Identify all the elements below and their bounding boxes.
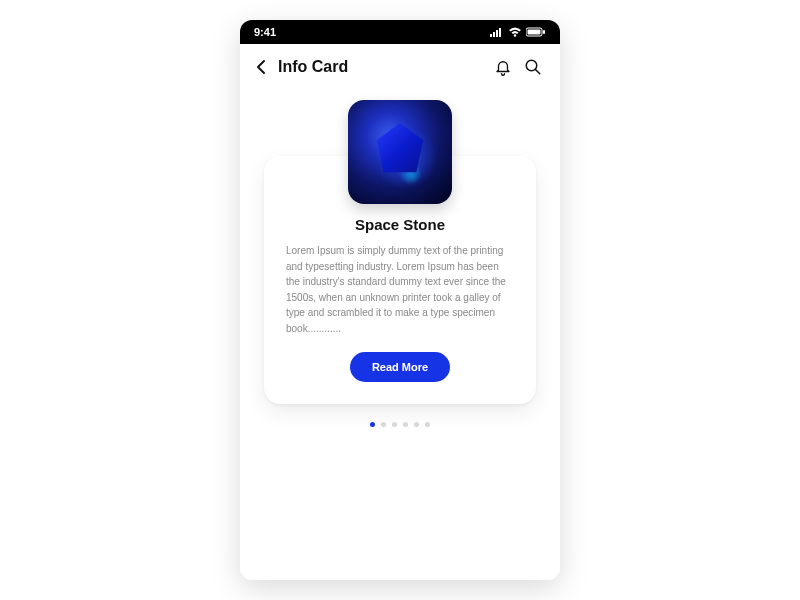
pagination-dot[interactable]	[381, 422, 386, 427]
pagination-dot[interactable]	[425, 422, 430, 427]
svg-rect-3	[499, 28, 501, 37]
battery-icon	[526, 27, 546, 37]
pagination-dot[interactable]	[370, 422, 375, 427]
status-bar: 9:41	[240, 20, 560, 44]
pagination-dots	[370, 422, 430, 427]
wifi-icon	[508, 27, 522, 37]
phone-frame: 9:41 Info Card Space Stone Lorem Ipsum i…	[240, 20, 560, 580]
content-area: Space Stone Lorem Ipsum is simply dummy …	[240, 86, 560, 580]
pagination-dot[interactable]	[414, 422, 419, 427]
svg-rect-0	[490, 34, 492, 37]
page-title: Info Card	[278, 58, 348, 76]
info-card-wrap: Space Stone Lorem Ipsum is simply dummy …	[264, 156, 536, 404]
card-title: Space Stone	[286, 216, 514, 233]
bell-icon[interactable]	[494, 58, 512, 76]
svg-line-9	[535, 69, 540, 74]
pagination-dot[interactable]	[403, 422, 408, 427]
card-description: Lorem Ipsum is simply dummy text of the …	[286, 243, 514, 336]
signal-icon	[490, 27, 504, 37]
svg-rect-2	[496, 30, 498, 37]
svg-rect-6	[528, 30, 541, 35]
status-indicators	[490, 27, 546, 37]
svg-point-4	[514, 34, 516, 36]
search-icon[interactable]	[524, 58, 542, 76]
pagination-dot[interactable]	[392, 422, 397, 427]
svg-rect-7	[543, 30, 545, 34]
read-more-button[interactable]: Read More	[350, 352, 450, 382]
back-icon[interactable]	[254, 59, 270, 75]
status-time: 9:41	[254, 26, 276, 38]
app-header: Info Card	[240, 44, 560, 86]
svg-rect-1	[493, 32, 495, 37]
card-thumbnail	[348, 100, 452, 204]
